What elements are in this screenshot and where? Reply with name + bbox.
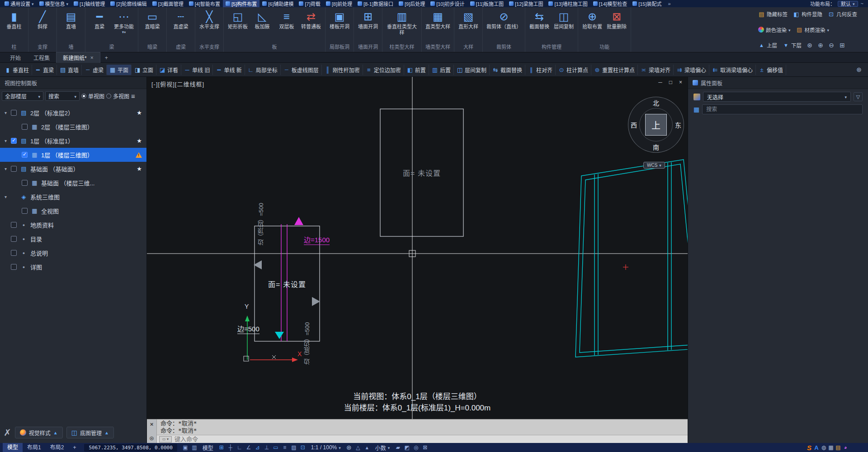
ribbon-button[interactable]: 楼板开洞 ▾ <box>328 9 351 31</box>
tree-item[interactable]: 总说明 <box>0 246 146 260</box>
toolbar-button[interactable]: 梁墙偏心 <box>674 65 709 75</box>
toolbar-button[interactable]: 前置 <box>404 65 429 75</box>
toolbar-button[interactable]: 单线 旧 <box>181 65 213 75</box>
mic-icon[interactable] <box>820 443 827 452</box>
ribbon-button[interactable]: 批量删除 ▾ <box>605 9 628 31</box>
document-tab[interactable]: 开始 × <box>4 52 27 63</box>
single-view-radio[interactable]: 单视图 <box>81 92 104 100</box>
checkbox[interactable] <box>11 138 17 144</box>
ribbon-layer-button[interactable]: 上层 <box>757 41 778 50</box>
units-select[interactable]: 小数 <box>372 444 394 452</box>
menu-item[interactable]: [13]墙柱施工图 <box>546 0 590 7</box>
minimize-icon[interactable] <box>658 79 662 85</box>
toolbar-button[interactable]: 直梁 <box>32 65 57 75</box>
basemap-button[interactable]: 底图管理 <box>66 427 114 438</box>
zoom-in-icon[interactable] <box>816 41 825 49</box>
selection-cycling-icon[interactable] <box>298 443 307 452</box>
menu-item[interactable]: [15]装配式 <box>630 0 664 7</box>
snap-icon[interactable] <box>226 443 235 452</box>
sogou-logo-icon[interactable] <box>806 443 813 452</box>
menu-item[interactable]: [9]后处理 <box>396 0 428 7</box>
ribbon-render-select[interactable]: 材质渲染 <box>795 25 831 34</box>
annotation-visibility-icon[interactable] <box>363 443 372 452</box>
menu-item[interactable]: [12]梁施工图 <box>506 0 546 7</box>
drawing-canvas[interactable]: [-][俯视][二维线框] 面= 未设置 面= 未设置 边=1500 边=500… <box>147 77 688 419</box>
paper-model-icon[interactable] <box>181 443 190 452</box>
ribbon-button[interactable]: 墙面开洞 ▾ <box>356 9 380 31</box>
ribbon-button[interactable]: 直梁 ▾ <box>88 9 111 31</box>
command-input[interactable] <box>175 436 685 443</box>
properties-search-input[interactable] <box>702 104 863 114</box>
ribbon-button[interactable]: 直暗梁 ▾ <box>141 9 164 31</box>
menu-item[interactable]: [10]初步设计 <box>428 0 467 7</box>
lineweight-icon[interactable] <box>280 443 289 452</box>
wcs-selector[interactable]: WCS <box>643 162 665 169</box>
customize-icon[interactable] <box>149 435 154 442</box>
document-tab[interactable]: 工程集 × <box>27 52 56 63</box>
toolbox-icon[interactable] <box>835 443 842 452</box>
layout-tab[interactable]: + <box>68 443 80 452</box>
toolbar-button[interactable]: 刚性杆加密 <box>322 65 363 75</box>
ribbon-tool-button[interactable]: 构件显隐 <box>792 9 824 19</box>
floor-filter-select[interactable]: 全部楼层 <box>2 91 43 101</box>
ribbon-button[interactable]: 拾取布置 ▾ <box>580 9 604 31</box>
ribbon-collapse-icon[interactable] <box>861 1 863 6</box>
checkbox[interactable] <box>22 208 28 214</box>
transparency-icon[interactable] <box>289 443 298 452</box>
ribbon-layer-button[interactable]: 下层 <box>781 41 803 50</box>
menu-item[interactable]: [3]截面管理 <box>150 0 186 7</box>
tree-item[interactable]: 系统三维图 <box>0 190 146 204</box>
ribbon-button[interactable]: 板加腋 ▾ <box>250 9 274 31</box>
toolbar-button[interactable]: 梁墙对齐 <box>638 65 674 75</box>
toolbar-button[interactable]: 虚梁 <box>82 65 107 75</box>
checkbox[interactable] <box>11 222 17 228</box>
expand-arrow-icon[interactable] <box>5 138 11 143</box>
menu-overflow-button[interactable]: » <box>665 1 675 6</box>
toolbar-button[interactable]: 平面 <box>107 65 132 75</box>
tree-item[interactable]: 2层 （楼层三维图） <box>0 120 146 134</box>
ribbon-button[interactable]: 裁剪体（直线） ▾ <box>485 9 523 31</box>
toolbar-button[interactable]: 立面 <box>132 65 156 75</box>
expand-arrow-icon[interactable] <box>5 166 11 171</box>
toolbar-button[interactable]: 层间复制 <box>454 65 490 75</box>
grid-icon[interactable] <box>217 443 226 452</box>
checkbox[interactable] <box>11 264 17 270</box>
close-tab-icon[interactable]: × <box>90 55 94 61</box>
tree-item[interactable]: 1层 （楼层三维图） <box>0 148 146 162</box>
menu-item[interactable]: [8-1]数据接口 <box>355 0 396 7</box>
document-tab[interactable]: 新建图纸* × <box>56 52 100 63</box>
tools-icon[interactable] <box>4 427 11 438</box>
checkbox[interactable] <box>22 152 28 158</box>
ribbon-button[interactable]: 更多功能 ▾ <box>112 9 136 35</box>
menu-item[interactable]: [7]荷载 <box>296 0 323 7</box>
view-compass[interactable]: 北 南 西 东 上 <box>628 97 684 153</box>
keyboard-icon[interactable] <box>827 443 835 452</box>
checkbox[interactable] <box>11 166 17 172</box>
toolbar-button[interactable]: 取消梁墙偏心 <box>709 65 756 75</box>
model-space-label[interactable]: 模型 <box>199 444 217 452</box>
toolbar-button[interactable]: 直墙 <box>57 65 82 75</box>
tree-item[interactable]: 全视图 <box>0 204 146 218</box>
menu-item[interactable]: [1]轴线管理 <box>71 0 108 7</box>
star-icon[interactable] <box>137 165 142 172</box>
ribbon-button[interactable]: 层间复制 ▾ <box>552 9 576 31</box>
toolbar-button[interactable]: 柱计算点 <box>556 65 591 75</box>
toolbar-button[interactable]: 局部坐标 <box>245 65 281 75</box>
close-icon[interactable] <box>150 421 154 428</box>
graphics-icon[interactable] <box>393 443 402 452</box>
ribbon-tool-button[interactable]: 隐藏标签 <box>757 9 789 19</box>
expand-arrow-icon[interactable] <box>5 110 11 115</box>
menu-item[interactable]: 通用设置 <box>2 0 37 7</box>
multi-view-radio[interactable]: 多视图 <box>106 92 129 100</box>
new-tab-button[interactable]: + <box>100 53 113 62</box>
lock-ui-icon[interactable] <box>402 443 411 452</box>
menu-item[interactable]: [11]板施工图 <box>467 0 507 7</box>
annotation-icon[interactable] <box>354 443 363 452</box>
annotation-scale-select[interactable]: 1:1 / 100% <box>307 444 344 451</box>
toolbar-button[interactable]: 详看 <box>156 65 181 75</box>
tree-item[interactable]: 2层 （标准层2） <box>0 106 146 120</box>
toolbar-button[interactable]: 柱对齐 <box>525 65 556 75</box>
snap-tracking-icon[interactable] <box>262 443 271 452</box>
gear-icon[interactable] <box>856 66 862 73</box>
compass-top-face[interactable]: 上 <box>645 114 667 136</box>
